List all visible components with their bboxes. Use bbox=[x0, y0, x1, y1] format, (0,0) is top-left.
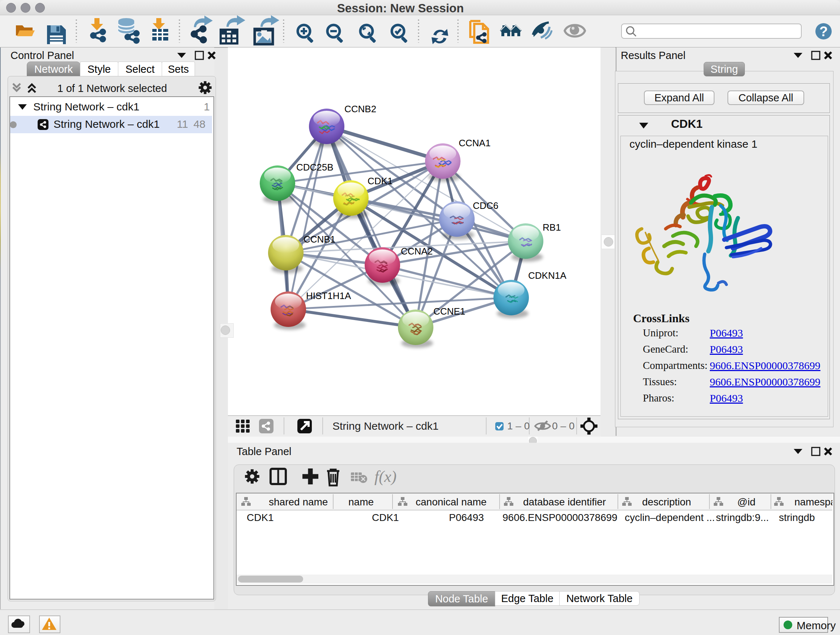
svg-text:CDK1: CDK1 bbox=[368, 176, 393, 187]
svg-text:CCNA1: CCNA1 bbox=[459, 138, 491, 149]
svg-text:CCNB2: CCNB2 bbox=[344, 103, 376, 114]
svg-text:name: name bbox=[348, 496, 374, 508]
svg-text:shared name: shared name bbox=[269, 496, 328, 508]
svg-text:canonical name: canonical name bbox=[416, 496, 486, 508]
svg-text:String Network – cdk1: String Network – cdk1 bbox=[332, 420, 439, 432]
svg-text:CDC6: CDC6 bbox=[473, 200, 499, 211]
svg-text:CDKN1A: CDKN1A bbox=[528, 270, 567, 281]
svg-text:database identifier: database identifier bbox=[523, 496, 606, 508]
svg-text:CCNA2: CCNA2 bbox=[401, 246, 433, 257]
svg-text:HIST1H1A: HIST1H1A bbox=[306, 290, 351, 301]
svg-text:@id: @id bbox=[737, 496, 755, 508]
svg-text:CDC25B: CDC25B bbox=[296, 162, 333, 173]
svg-text:0 – 0: 0 – 0 bbox=[552, 420, 575, 432]
svg-text:CCNE1: CCNE1 bbox=[433, 306, 465, 317]
svg-text:RB1: RB1 bbox=[543, 222, 561, 233]
svg-text:namespac: namespac bbox=[794, 496, 832, 508]
svg-text:f(x): f(x) bbox=[374, 468, 396, 486]
svg-text:1 – 0: 1 – 0 bbox=[507, 420, 530, 432]
svg-text:CCNB1: CCNB1 bbox=[303, 234, 335, 245]
svg-text:description: description bbox=[642, 496, 691, 508]
